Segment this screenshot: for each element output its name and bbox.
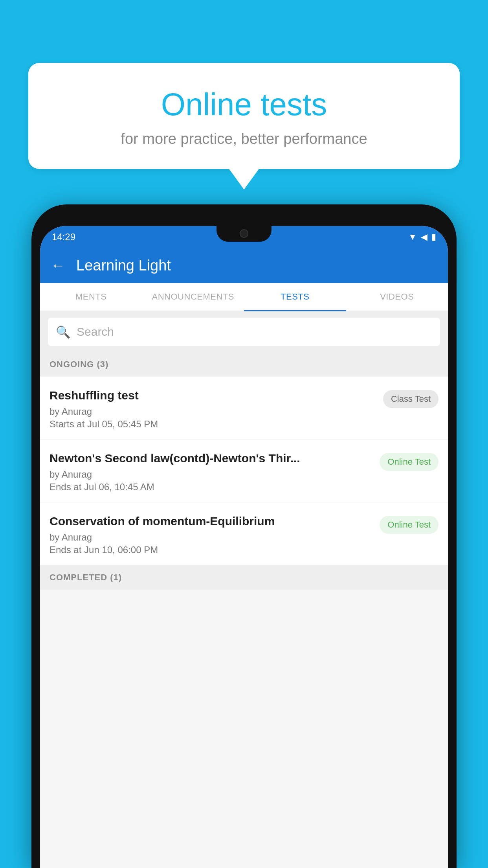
phone-frame: 14:29 ▼ ◀ ▮ ← Learning Light MENTS ANNOU… <box>31 204 457 868</box>
speech-bubble: Online tests for more practice, better p… <box>28 63 460 169</box>
test-badge: Online Test <box>380 453 438 471</box>
front-camera <box>240 229 248 238</box>
status-time: 14:29 <box>52 232 75 243</box>
tabs-bar: MENTS ANNOUNCEMENTS TESTS VIDEOS <box>40 283 448 311</box>
test-badge: Class Test <box>383 390 438 408</box>
tab-announcements[interactable]: ANNOUNCEMENTS <box>142 283 244 311</box>
wifi-icon: ▼ <box>408 232 417 242</box>
search-bar[interactable]: 🔍 Search <box>48 318 440 346</box>
back-button[interactable]: ← <box>51 257 65 274</box>
app-header: ← Learning Light <box>40 248 448 283</box>
signal-icon: ◀ <box>421 232 427 242</box>
test-item[interactable]: Reshuffling test by Anurag Starts at Jul… <box>40 377 448 440</box>
test-item[interactable]: Conservation of momentum-Equilibrium by … <box>40 502 448 565</box>
test-title: Conservation of momentum-Equilibrium <box>50 513 373 529</box>
battery-icon: ▮ <box>431 232 436 242</box>
phone-notch <box>216 226 272 242</box>
test-title: Newton's Second law(contd)-Newton's Thir… <box>50 451 373 466</box>
bubble-subtitle: for more practice, better performance <box>44 131 444 147</box>
tab-tests[interactable]: TESTS <box>244 283 346 311</box>
test-content: Conservation of momentum-Equilibrium by … <box>50 513 373 555</box>
phone-screen: 14:29 ▼ ◀ ▮ ← Learning Light MENTS ANNOU… <box>40 226 448 868</box>
test-item[interactable]: Newton's Second law(contd)-Newton's Thir… <box>40 440 448 502</box>
test-badge: Online Test <box>380 516 438 534</box>
test-date: Ends at Jul 06, 10:45 AM <box>50 482 373 493</box>
search-icon: 🔍 <box>56 325 70 339</box>
search-container: 🔍 Search <box>40 311 448 352</box>
header-title: Learning Light <box>76 257 171 274</box>
tab-videos[interactable]: VIDEOS <box>346 283 448 311</box>
test-content: Reshuffling test by Anurag Starts at Jul… <box>50 388 377 430</box>
test-title: Reshuffling test <box>50 388 377 403</box>
test-date: Starts at Jul 05, 05:45 PM <box>50 419 377 430</box>
test-author: by Anurag <box>50 406 377 417</box>
bubble-title: Online tests <box>44 86 444 123</box>
test-content: Newton's Second law(contd)-Newton's Thir… <box>50 451 373 493</box>
completed-section-header: COMPLETED (1) <box>40 565 448 590</box>
test-date: Ends at Jun 10, 06:00 PM <box>50 544 373 555</box>
test-author: by Anurag <box>50 532 373 543</box>
tab-ments[interactable]: MENTS <box>40 283 142 311</box>
test-list: Reshuffling test by Anurag Starts at Jul… <box>40 377 448 565</box>
search-input[interactable]: Search <box>77 325 114 338</box>
ongoing-section-header: ONGOING (3) <box>40 352 448 377</box>
test-author: by Anurag <box>50 469 373 480</box>
status-icons: ▼ ◀ ▮ <box>408 232 436 242</box>
